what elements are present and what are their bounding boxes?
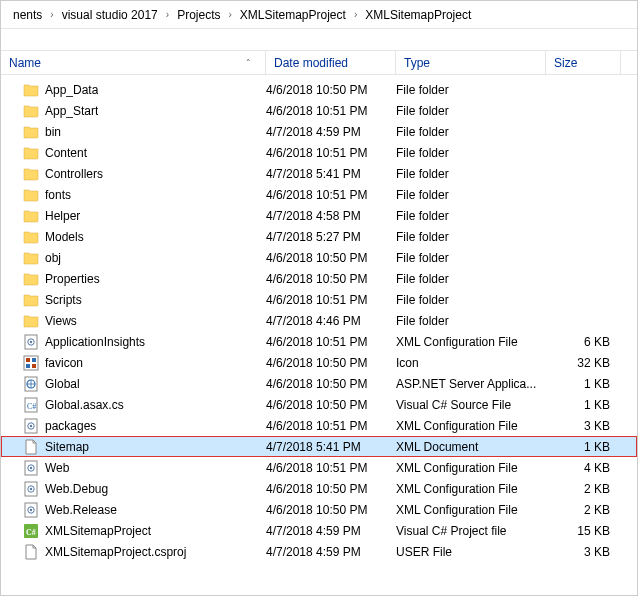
file-row[interactable]: C#XMLSitemapProject4/7/2018 4:59 PMVisua… — [1, 520, 637, 541]
column-header-name[interactable]: Name ˄ — [1, 51, 266, 74]
file-name: Properties — [45, 272, 100, 286]
svg-rect-6 — [26, 364, 30, 368]
file-type: File folder — [396, 230, 546, 244]
breadcrumb-item[interactable]: Projects — [171, 8, 226, 22]
file-row[interactable]: App_Start4/6/2018 10:51 PMFile folder — [1, 100, 637, 121]
config-icon — [23, 481, 39, 497]
file-size: 3 KB — [546, 419, 614, 433]
file-type: File folder — [396, 167, 546, 181]
file-name: Sitemap — [45, 440, 89, 454]
file-row[interactable]: ApplicationInsights4/6/2018 10:51 PMXML … — [1, 331, 637, 352]
file-row[interactable]: Models4/7/2018 5:27 PMFile folder — [1, 226, 637, 247]
file-list: App_Data4/6/2018 10:50 PMFile folderApp_… — [1, 75, 637, 562]
file-row[interactable]: Web.Debug4/6/2018 10:50 PMXML Configurat… — [1, 478, 637, 499]
file-row[interactable]: C#Global.asax.cs4/6/2018 10:50 PMVisual … — [1, 394, 637, 415]
file-name: packages — [45, 419, 96, 433]
file-name: obj — [45, 251, 61, 265]
file-row[interactable]: Web4/6/2018 10:51 PMXML Configuration Fi… — [1, 457, 637, 478]
chevron-right-icon: › — [352, 9, 359, 20]
file-date: 4/6/2018 10:50 PM — [266, 482, 396, 496]
breadcrumb-item[interactable]: XMLSitemapProject — [359, 8, 477, 22]
file-date: 4/6/2018 10:50 PM — [266, 398, 396, 412]
file-row[interactable]: favicon4/6/2018 10:50 PMIcon32 KB — [1, 352, 637, 373]
breadcrumb-item[interactable]: nents — [7, 8, 48, 22]
file-icon — [23, 439, 39, 455]
favicon-icon — [23, 355, 39, 371]
column-label: Type — [404, 56, 430, 70]
folder-icon — [23, 292, 39, 308]
file-row[interactable]: packages4/6/2018 10:51 PMXML Configurati… — [1, 415, 637, 436]
file-row[interactable]: Scripts4/6/2018 10:51 PMFile folder — [1, 289, 637, 310]
config-icon — [23, 502, 39, 518]
file-date: 4/6/2018 10:51 PM — [266, 335, 396, 349]
file-type: ASP.NET Server Applica... — [396, 377, 546, 391]
file-name: bin — [45, 125, 61, 139]
file-date: 4/6/2018 10:51 PM — [266, 419, 396, 433]
file-row[interactable]: App_Data4/6/2018 10:50 PMFile folder — [1, 79, 637, 100]
file-row[interactable]: fonts4/6/2018 10:51 PMFile folder — [1, 184, 637, 205]
folder-icon — [23, 103, 39, 119]
file-type: File folder — [396, 83, 546, 97]
chevron-right-icon: › — [48, 9, 55, 20]
asax-icon — [23, 376, 39, 392]
folder-icon — [23, 124, 39, 140]
file-name: fonts — [45, 188, 71, 202]
column-header-type[interactable]: Type — [396, 51, 546, 74]
svg-point-17 — [30, 466, 32, 468]
file-row[interactable]: bin4/7/2018 4:59 PMFile folder — [1, 121, 637, 142]
file-row[interactable]: Content4/6/2018 10:51 PMFile folder — [1, 142, 637, 163]
file-row[interactable]: Properties4/6/2018 10:50 PMFile folder — [1, 268, 637, 289]
file-date: 4/7/2018 5:41 PM — [266, 167, 396, 181]
folder-icon — [23, 250, 39, 266]
toolbar-separator — [1, 29, 637, 51]
breadcrumb-item[interactable]: XMLSitemapProject — [234, 8, 352, 22]
file-row[interactable]: Sitemap4/7/2018 5:41 PMXML Document1 KB — [1, 436, 637, 457]
svg-point-14 — [30, 424, 32, 426]
file-date: 4/7/2018 5:41 PM — [266, 440, 396, 454]
file-name: Global.asax.cs — [45, 398, 124, 412]
breadcrumb-item[interactable]: visual studio 2017 — [56, 8, 164, 22]
file-date: 4/6/2018 10:51 PM — [266, 461, 396, 475]
file-type: XML Configuration File — [396, 503, 546, 517]
file-name: Controllers — [45, 167, 103, 181]
file-row[interactable]: Helper4/7/2018 4:58 PMFile folder — [1, 205, 637, 226]
file-type: XML Configuration File — [396, 419, 546, 433]
svg-rect-4 — [26, 358, 30, 362]
file-row[interactable]: Controllers4/7/2018 5:41 PMFile folder — [1, 163, 637, 184]
file-date: 4/7/2018 4:58 PM — [266, 209, 396, 223]
file-size: 1 KB — [546, 377, 614, 391]
file-row[interactable]: XMLSitemapProject.csproj4/7/2018 4:59 PM… — [1, 541, 637, 562]
column-header-size[interactable]: Size — [546, 51, 621, 74]
file-row[interactable]: Global4/6/2018 10:50 PMASP.NET Server Ap… — [1, 373, 637, 394]
file-type: File folder — [396, 293, 546, 307]
file-row[interactable]: obj4/6/2018 10:50 PMFile folder — [1, 247, 637, 268]
svg-point-23 — [30, 508, 32, 510]
file-type: File folder — [396, 272, 546, 286]
file-row[interactable]: Views4/7/2018 4:46 PMFile folder — [1, 310, 637, 331]
file-size: 32 KB — [546, 356, 614, 370]
file-name: Global — [45, 377, 80, 391]
file-type: XML Configuration File — [396, 335, 546, 349]
config-icon — [23, 460, 39, 476]
file-name: XMLSitemapProject — [45, 524, 151, 538]
file-date: 4/7/2018 4:59 PM — [266, 524, 396, 538]
file-name: Scripts — [45, 293, 82, 307]
file-type: Icon — [396, 356, 546, 370]
folder-icon — [23, 313, 39, 329]
column-header-date[interactable]: Date modified — [266, 51, 396, 74]
breadcrumb[interactable]: nents › visual studio 2017 › Projects › … — [1, 1, 637, 29]
file-type: File folder — [396, 188, 546, 202]
file-date: 4/6/2018 10:50 PM — [266, 356, 396, 370]
file-date: 4/6/2018 10:51 PM — [266, 188, 396, 202]
file-name: App_Start — [45, 104, 98, 118]
file-type: Visual C# Project file — [396, 524, 546, 538]
folder-icon — [23, 187, 39, 203]
file-name: XMLSitemapProject.csproj — [45, 545, 186, 559]
file-size: 6 KB — [546, 335, 614, 349]
file-type: File folder — [396, 146, 546, 160]
file-row[interactable]: Web.Release4/6/2018 10:50 PMXML Configur… — [1, 499, 637, 520]
file-size: 1 KB — [546, 440, 614, 454]
cs-icon: C# — [23, 397, 39, 413]
file-date: 4/7/2018 4:59 PM — [266, 125, 396, 139]
svg-text:C#: C# — [27, 402, 36, 411]
